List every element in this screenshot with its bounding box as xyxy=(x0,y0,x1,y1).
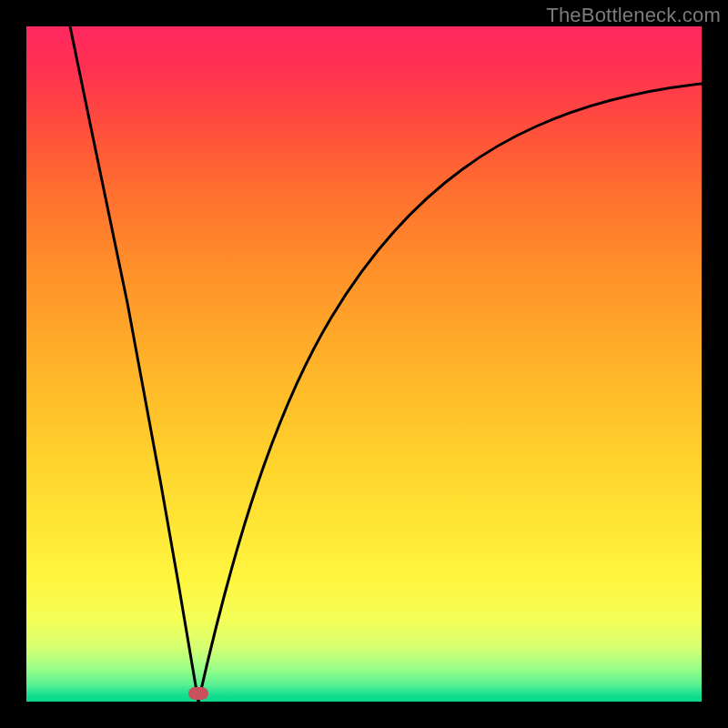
chart-frame: TheBottleneck.com xyxy=(0,0,728,728)
watermark-text: TheBottleneck.com xyxy=(546,4,721,27)
plot-area xyxy=(26,26,702,702)
min-point-marker xyxy=(188,687,208,700)
bottleneck-curve xyxy=(26,26,702,702)
